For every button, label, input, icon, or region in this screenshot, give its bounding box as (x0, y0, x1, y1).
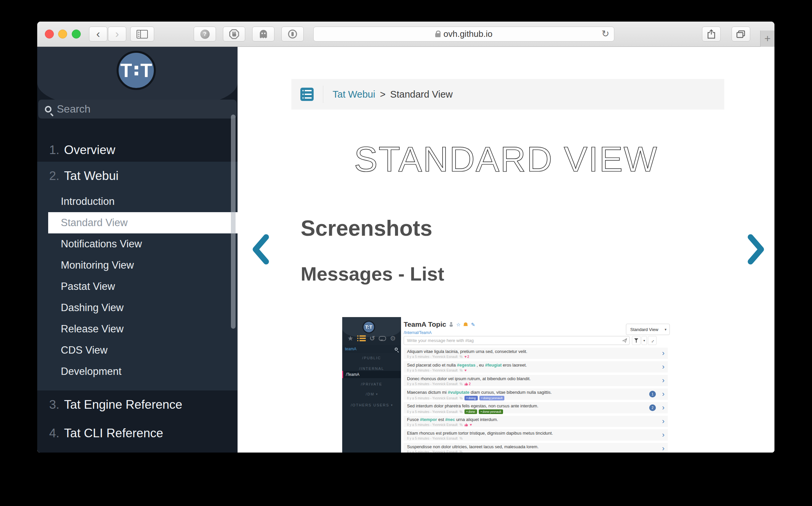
open-message-chevron-icon[interactable]: › (662, 390, 664, 399)
safari-window: ‹ › ? ovh.github.io ↻ (37, 21, 774, 452)
history-icon[interactable]: ↺ (369, 335, 375, 342)
message-label: • done:yesnault (479, 409, 503, 414)
extension-button-1[interactable]: ? (194, 26, 216, 41)
star-outline-icon[interactable]: ☆ (456, 322, 460, 327)
close-window-button[interactable] (45, 29, 54, 38)
bell-icon[interactable] (463, 322, 468, 327)
open-message-chevron-icon[interactable]: › (662, 431, 664, 439)
sidebar-item-standard-view[interactable]: Standard View (48, 212, 237, 233)
sidebar-item-pastat-view[interactable]: Pastat View (37, 276, 237, 297)
sidebar-item-tat-engine-reference[interactable]: 3. Tat Engine Reference (37, 393, 237, 416)
reload-icon[interactable]: ↻ (602, 28, 609, 39)
show-tabs-button[interactable] (732, 26, 750, 41)
toc-list-icon[interactable] (300, 88, 314, 101)
settings-gear-icon[interactable]: ⚙ (390, 335, 396, 342)
message-row[interactable]: Sed placerat odio et nulla #egestas , eu… (404, 361, 668, 372)
message-timestamp: Il y a 5 minutes - Yvonnick Esnault (407, 355, 457, 358)
hashtag[interactable]: #vulputate (448, 390, 469, 395)
sidebar-item-overview[interactable]: 1. Overview (37, 139, 237, 162)
tree-item--teama[interactable]: /TeamA (342, 371, 401, 378)
sidebar-search-input[interactable]: Search (38, 100, 236, 118)
tree-item--private[interactable]: /PRIVATE (342, 381, 401, 388)
share-icon (707, 29, 716, 39)
message-timestamp: Il y a 5 minutes - Yvonnick Esnault (407, 450, 457, 452)
message-meta: Il y a 5 minutes - Yvonnick Esnault % • … (407, 396, 653, 401)
message-reactions: • done• done:yesnault (464, 409, 503, 414)
pencil-icon[interactable]: ✎ (471, 322, 475, 327)
message-row[interactable]: Fusce #tempor est #nec urna aliquet inte… (404, 416, 668, 427)
reply-count-badge: 2 (649, 404, 656, 411)
hashtag[interactable]: #nec (445, 417, 455, 422)
shot-search-input[interactable]: teamA (342, 345, 401, 353)
link-icon[interactable]: % (459, 397, 462, 400)
link-icon[interactable]: % (459, 450, 462, 452)
link-icon[interactable]: % (459, 410, 462, 414)
sidebar-toggle-button[interactable] (130, 26, 154, 41)
tree-item--dm[interactable]: /DM▾ (342, 391, 401, 398)
tree-item--others-users[interactable]: /OTHERS USERS▾ (342, 401, 401, 409)
expand-button[interactable]: ↔ (648, 336, 657, 345)
open-message-chevron-icon[interactable]: › (662, 417, 664, 426)
forward-button[interactable]: › (108, 26, 126, 41)
previous-page-arrow[interactable] (251, 234, 271, 265)
hashtag[interactable]: #tempor (420, 417, 437, 422)
sidebar-item-introduction[interactable]: Introduction (37, 191, 237, 212)
link-icon[interactable]: % (459, 437, 462, 440)
composer-placeholder: Write your message here with #tag (407, 338, 474, 343)
message-row[interactable]: Etiam rhoncus est pretium tortor tristiq… (404, 429, 668, 441)
message-text: Etiam rhoncus est pretium tortor tristiq… (407, 431, 653, 436)
share-button[interactable] (702, 26, 721, 41)
next-page-arrow[interactable] (746, 234, 766, 265)
link-icon[interactable]: % (459, 423, 462, 427)
extension-button-4[interactable] (281, 26, 304, 41)
message-row[interactable]: Sed interdum dolor pharetra felis egesta… (404, 402, 668, 413)
message-row[interactable]: Aliquam vitae ligula lacinia, pretium ur… (404, 348, 668, 359)
user-icon[interactable] (449, 322, 453, 327)
open-message-chevron-icon[interactable]: › (662, 349, 664, 358)
message-row[interactable]: Suspendisse non dolor ultricies, laoreet… (404, 443, 668, 452)
new-tab-button[interactable]: + (760, 30, 774, 47)
link-icon[interactable]: % (459, 355, 462, 358)
message-composer-input[interactable]: Write your message here with #tag (404, 336, 630, 345)
topics-list-icon[interactable] (357, 335, 366, 341)
open-message-chevron-icon[interactable]: › (662, 362, 664, 371)
back-button[interactable]: ‹ (89, 26, 107, 41)
favorites-star-icon[interactable]: ★ (348, 335, 354, 342)
hashtag[interactable]: #feugiat (485, 362, 502, 367)
sidebar-item-development[interactable]: Development (37, 361, 237, 382)
send-icon[interactable] (622, 338, 627, 344)
sidebar-item-cds-view[interactable]: CDS View (37, 340, 237, 361)
sidebar-toggle-icon (137, 30, 148, 38)
hashtag[interactable]: #egestas (457, 362, 475, 367)
chat-icon[interactable]: ··· (379, 336, 386, 341)
open-message-chevron-icon[interactable]: › (662, 444, 664, 452)
sidebar-item-tat-cli-reference[interactable]: 4. Tat CLI Reference (37, 422, 237, 445)
extension-button-3[interactable] (252, 26, 275, 41)
minimize-window-button[interactable] (58, 29, 67, 38)
message-row[interactable]: Maecenas dictum mi #vulputate diam cursu… (404, 389, 668, 400)
message-meta: Il y a 5 minutes - Yvonnick Esnault % ♥ (407, 423, 653, 427)
extension-button-2[interactable] (223, 26, 245, 41)
filter-button[interactable] (632, 336, 641, 345)
breadcrumb-link[interactable]: Tat Webui (333, 89, 375, 100)
zoom-window-button[interactable] (72, 29, 81, 38)
filter-dropdown-button[interactable]: ▾ (642, 336, 647, 345)
sidebar-item-notifications-view[interactable]: Notifications View (37, 233, 237, 255)
sidebar-item-tat-webui[interactable]: 2. Tat Webui (37, 164, 237, 188)
link-icon[interactable]: % (459, 368, 462, 372)
address-bar[interactable]: ovh.github.io ↻ (313, 26, 614, 41)
sidebar-scrollbar-thumb[interactable] (231, 114, 235, 329)
topic-path[interactable]: /Internal/TeamA (404, 330, 432, 335)
view-selector-dropdown[interactable]: Standard View ▾ (626, 324, 670, 335)
open-message-chevron-icon[interactable]: › (662, 403, 664, 412)
sidebar-item-dashing-view[interactable]: Dashing View (37, 297, 237, 318)
thumb-reaction-icon: 2 (464, 382, 471, 386)
sidebar-item-monitoring-view[interactable]: Monitoring View (37, 255, 237, 276)
tree-item--public[interactable]: /PUBLIC (342, 354, 401, 361)
tat-logo[interactable]: TT (117, 51, 156, 90)
open-message-chevron-icon[interactable]: › (662, 376, 664, 385)
docs-content: Tat Webui > Standard View STANDARD VIEW … (237, 47, 774, 452)
message-row[interactable]: Donec rhoncus dolor vel ipsum rutrum, at… (404, 375, 668, 386)
sidebar-item-release-view[interactable]: Release View (37, 318, 237, 340)
link-icon[interactable]: % (459, 382, 462, 386)
